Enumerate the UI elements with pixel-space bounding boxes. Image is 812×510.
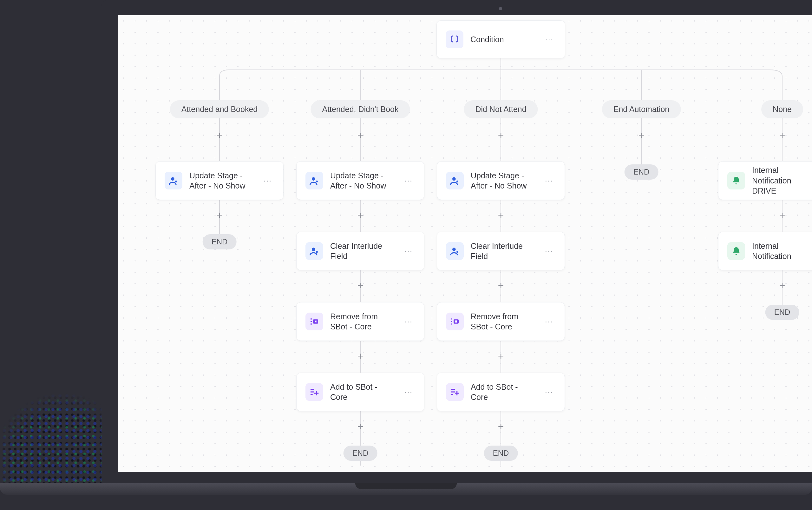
camera-indicator xyxy=(499,7,502,10)
step-label: Internal Notification xyxy=(752,241,812,261)
branch-label: Attended and Booked xyxy=(181,105,258,114)
end-marker: END xyxy=(625,164,659,180)
step-label: Update Stage - After - No Show xyxy=(330,170,395,191)
step-node-internal-notification-drive[interactable]: Internal Notification DRIVE ··· xyxy=(718,161,812,200)
svg-point-11 xyxy=(171,177,175,180)
condition-label: Condition xyxy=(471,34,536,45)
add-step-button[interactable]: + xyxy=(636,130,646,140)
step-label: Internal Notification DRIVE xyxy=(752,165,812,196)
step-label: Update Stage - After - No Show xyxy=(471,170,535,191)
branch-label: Attended, Didn't Book xyxy=(322,105,398,114)
step-more-button[interactable]: ··· xyxy=(402,314,415,329)
step-more-button[interactable]: ··· xyxy=(402,385,415,399)
bell-icon xyxy=(727,172,745,190)
automation-canvas[interactable]: Condition ··· Attended and Booked Attend… xyxy=(118,15,812,472)
add-step-button[interactable]: + xyxy=(355,421,365,432)
step-more-button[interactable]: ··· xyxy=(542,385,556,399)
svg-point-16 xyxy=(316,251,318,253)
step-label: Clear Interlude Field xyxy=(471,241,535,261)
branch-pill-attended-booked[interactable]: Attended and Booked xyxy=(170,100,269,118)
branch-pill-attended-nobook[interactable]: Attended, Didn't Book xyxy=(310,100,410,118)
step-node-clear-interlude[interactable]: Clear Interlude Field ··· xyxy=(296,232,424,271)
add-step-button[interactable]: + xyxy=(777,281,787,291)
step-node-remove-sbot[interactable]: Remove from SBot - Core ··· xyxy=(296,302,424,341)
svg-point-29 xyxy=(456,180,458,182)
add-step-button[interactable]: + xyxy=(355,351,365,361)
svg-point-28 xyxy=(452,177,456,180)
person-icon xyxy=(305,172,323,190)
remove-list-icon xyxy=(446,313,464,330)
step-more-button[interactable]: ··· xyxy=(542,174,556,188)
branch-label: End Automation xyxy=(613,105,669,114)
laptop-trackpad-notch xyxy=(355,483,457,489)
condition-node[interactable]: Condition ··· xyxy=(437,20,565,58)
branch-pill-none[interactable]: None xyxy=(761,100,803,118)
step-node-remove-sbot[interactable]: Remove from SBot - Core ··· xyxy=(437,302,565,341)
step-label: Update Stage - After - No Show xyxy=(189,170,254,191)
svg-point-13 xyxy=(312,177,315,180)
end-marker: END xyxy=(343,446,378,461)
step-more-button[interactable]: ··· xyxy=(542,244,556,258)
step-node-update-stage[interactable]: Update Stage - After - No Show ··· xyxy=(155,161,283,200)
add-step-button[interactable]: + xyxy=(496,281,506,291)
step-label: Add to SBot - Core xyxy=(471,382,535,402)
step-node-update-stage[interactable]: Update Stage - After - No Show ··· xyxy=(296,161,424,200)
person-icon xyxy=(164,172,182,190)
add-step-button[interactable]: + xyxy=(496,210,506,220)
step-label: Add to SBot - Core xyxy=(330,382,395,402)
branch-label: None xyxy=(773,105,792,114)
step-node-internal-notification[interactable]: Internal Notification ··· xyxy=(718,232,812,271)
add-step-button[interactable]: + xyxy=(355,210,365,220)
svg-point-12 xyxy=(175,180,177,182)
branch-pill-end-automation[interactable]: End Automation xyxy=(602,100,681,118)
step-node-add-sbot[interactable]: Add to SBot - Core ··· xyxy=(437,373,565,411)
add-list-icon xyxy=(305,383,323,401)
end-marker: END xyxy=(765,305,799,320)
add-list-icon xyxy=(446,383,464,401)
svg-point-30 xyxy=(452,248,456,251)
step-more-button[interactable]: ··· xyxy=(542,314,556,329)
end-marker: END xyxy=(203,234,237,250)
step-node-update-stage[interactable]: Update Stage - After - No Show ··· xyxy=(437,161,565,200)
person-icon xyxy=(305,242,323,260)
svg-point-31 xyxy=(456,251,458,253)
step-label: Remove from SBot - Core xyxy=(471,311,535,332)
step-label: Remove from SBot - Core xyxy=(330,311,395,332)
add-step-button[interactable]: + xyxy=(777,130,787,140)
add-step-button[interactable]: + xyxy=(214,210,224,220)
person-icon xyxy=(446,172,464,190)
step-label: Clear Interlude Field xyxy=(330,241,395,261)
step-more-button[interactable]: ··· xyxy=(402,174,415,188)
condition-more-button[interactable]: ··· xyxy=(543,32,556,46)
device-bezel: Condition ··· Attended and Booked Attend… xyxy=(101,0,812,485)
branch-label: Did Not Attend xyxy=(475,105,526,114)
bell-icon xyxy=(727,242,745,260)
remove-list-icon xyxy=(305,313,323,330)
end-marker: END xyxy=(484,446,518,461)
add-step-button[interactable]: + xyxy=(496,351,506,361)
add-step-button[interactable]: + xyxy=(355,281,365,291)
add-step-button[interactable]: + xyxy=(496,421,506,432)
svg-point-14 xyxy=(316,180,318,182)
add-step-button[interactable]: + xyxy=(496,130,506,140)
add-step-button[interactable]: + xyxy=(777,210,787,220)
decorative-particles xyxy=(0,377,114,491)
svg-point-15 xyxy=(312,248,315,251)
add-step-button[interactable]: + xyxy=(214,130,224,140)
step-more-button[interactable]: ··· xyxy=(402,244,415,258)
step-node-clear-interlude[interactable]: Clear Interlude Field ··· xyxy=(437,232,565,271)
person-icon xyxy=(446,242,464,260)
step-node-add-sbot[interactable]: Add to SBot - Core ··· xyxy=(296,373,424,411)
branch-pill-did-not-attend[interactable]: Did Not Attend xyxy=(464,100,538,118)
step-more-button[interactable]: ··· xyxy=(261,174,274,188)
braces-icon xyxy=(446,30,463,48)
add-step-button[interactable]: + xyxy=(355,130,365,140)
